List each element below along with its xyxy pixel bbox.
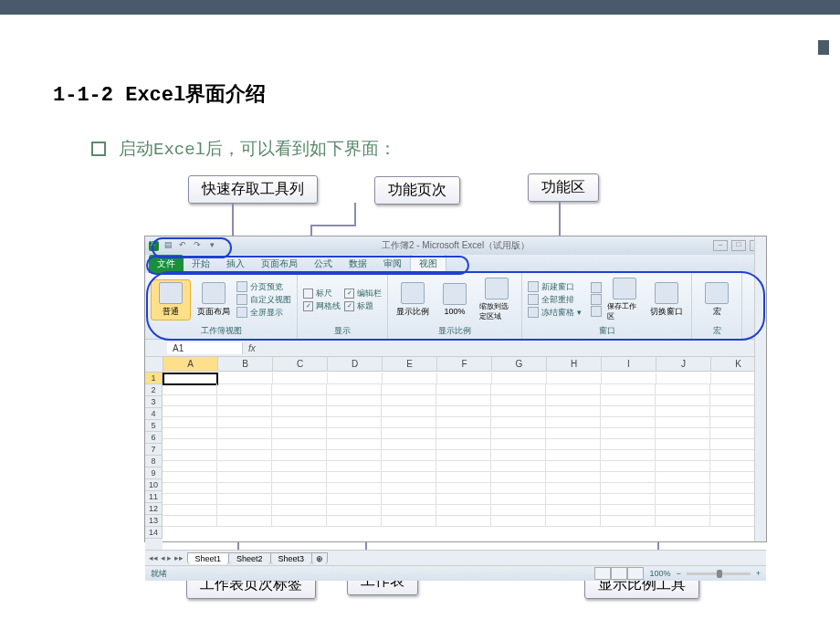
row-header-4[interactable]: 4 <box>145 408 163 420</box>
row-header-7[interactable]: 7 <box>145 444 163 456</box>
checkbox-icon: ✓ <box>344 289 354 299</box>
sheet-tab-1[interactable]: Sheet1 <box>187 552 230 564</box>
tab-review[interactable]: 审阅 <box>375 255 410 273</box>
cell[interactable] <box>163 515 217 527</box>
row-header-11[interactable]: 11 <box>145 491 163 503</box>
row-header-2[interactable]: 2 <box>145 384 163 396</box>
minimize-button[interactable]: – <box>713 240 728 251</box>
switch-window-button[interactable]: 切换窗口 <box>647 280 686 320</box>
arrange-button[interactable]: 全部重排 <box>528 294 582 306</box>
col-header-E[interactable]: E <box>383 357 437 372</box>
cell[interactable] <box>656 515 710 527</box>
label: 新建窗口 <box>541 281 574 293</box>
undo-icon[interactable]: ↶ <box>177 240 188 251</box>
row-header-10[interactable]: 10 <box>145 479 163 491</box>
col-header-G[interactable]: G <box>492 357 547 372</box>
col-header-I[interactable]: I <box>602 357 656 372</box>
row-header-1[interactable]: 1 <box>145 373 163 384</box>
macro-button[interactable]: 宏 <box>698 280 736 320</box>
pagelayout-view-icon[interactable] <box>611 567 627 580</box>
freeze-button[interactable]: 冻结窗格 ▾ <box>528 307 582 319</box>
vertical-scrollbar[interactable] <box>754 236 766 541</box>
cell[interactable] <box>272 515 327 527</box>
redo-icon[interactable]: ↷ <box>192 240 203 251</box>
select-all-corner[interactable] <box>145 357 163 373</box>
save-workspace-button[interactable]: 保存工作区 <box>605 276 644 323</box>
excel-window: ▤ ↶ ↷ ▾ 工作簿2 - Microsoft Excel（试用版） – □ … <box>144 236 767 542</box>
ruler-checkbox[interactable]: 标尺 <box>303 288 341 299</box>
cell[interactable] <box>601 515 656 527</box>
tab-formula[interactable]: 公式 <box>306 255 341 273</box>
zoom-in-button[interactable]: + <box>756 569 761 578</box>
zoom-button[interactable]: 显示比例 <box>394 280 432 320</box>
unhide-button[interactable] <box>591 306 602 317</box>
custom-view-button[interactable]: 自定义视图 <box>236 294 291 306</box>
tab-insert[interactable]: 插入 <box>218 255 253 273</box>
zoom-selection-button[interactable]: 缩放到选定区域 <box>478 276 516 323</box>
sheet-tab-3[interactable]: Sheet3 <box>270 552 313 564</box>
zoom-thumb[interactable] <box>717 570 722 578</box>
page-layout-button[interactable]: 页面布局 <box>194 280 233 320</box>
tab-layout[interactable]: 页面布局 <box>253 255 306 273</box>
sheet-nav[interactable]: ◂◂ ◂ ▸ ▸▸ <box>145 553 187 562</box>
maximize-button[interactable]: □ <box>731 240 746 251</box>
headings-checkbox[interactable]: ✓标题 <box>344 300 382 312</box>
worksheet-area[interactable]: 1234567891011121314 <box>145 373 766 550</box>
tab-home[interactable]: 开始 <box>184 255 218 273</box>
qat-dropdown-icon[interactable]: ▾ <box>206 240 217 251</box>
row-header-6[interactable]: 6 <box>145 432 163 444</box>
tab-data[interactable]: 数据 <box>341 255 375 273</box>
pagebreak-view-icon[interactable] <box>627 567 644 580</box>
view-buttons[interactable] <box>594 567 644 580</box>
normal-view-icon[interactable] <box>594 567 611 580</box>
row-header-3[interactable]: 3 <box>145 396 163 408</box>
tab-file[interactable]: 文件 <box>149 255 184 273</box>
cell[interactable] <box>217 515 272 527</box>
normal-view-button[interactable]: 普通 <box>151 279 191 320</box>
col-header-D[interactable]: D <box>328 357 383 372</box>
row-header-5[interactable]: 5 <box>145 420 163 432</box>
col-header-B[interactable]: B <box>218 357 273 372</box>
col-header-F[interactable]: F <box>437 357 492 372</box>
tab-view[interactable]: 视图 <box>410 254 446 273</box>
label: 页面布局 <box>197 306 230 318</box>
row-header-8[interactable]: 8 <box>145 456 163 467</box>
zoom-slider[interactable] <box>687 572 751 575</box>
col-header-H[interactable]: H <box>547 357 602 372</box>
freeze-icon <box>528 307 539 318</box>
row-header-12[interactable]: 12 <box>145 503 163 515</box>
save-icon[interactable]: ▤ <box>163 240 173 251</box>
name-box[interactable]: A1 <box>167 342 243 354</box>
hide-button[interactable] <box>591 294 602 305</box>
new-sheet-button[interactable]: ⊕ <box>311 552 328 564</box>
col-header-J[interactable]: J <box>656 357 711 372</box>
page-break-button[interactable]: 分页预览 <box>236 281 291 293</box>
cell[interactable] <box>491 515 546 527</box>
zoom-100-button[interactable]: 100% <box>436 281 474 318</box>
zoom-out-button[interactable]: − <box>676 569 680 578</box>
group-show: 标尺 ✓网格线 ✓编辑栏 ✓标题 显示 <box>298 273 388 339</box>
cell[interactable] <box>327 515 382 527</box>
row-header-9[interactable]: 9 <box>145 467 163 479</box>
quick-access-toolbar[interactable]: ▤ ↶ ↷ ▾ <box>149 240 217 251</box>
formulabar-checkbox[interactable]: ✓编辑栏 <box>344 288 382 299</box>
col-header-A[interactable]: A <box>163 357 218 372</box>
new-window-button[interactable]: 新建窗口 <box>528 281 582 293</box>
cell[interactable] <box>436 515 491 527</box>
fullscreen-button[interactable]: 全屏显示 <box>236 307 291 319</box>
col-header-C[interactable]: C <box>273 357 328 372</box>
cell-grid[interactable] <box>163 373 766 550</box>
split-button[interactable] <box>591 282 602 293</box>
page-layout-icon <box>202 282 226 304</box>
label: 显示比例 <box>396 306 429 318</box>
row-header-14[interactable]: 14 <box>145 527 163 539</box>
switch-icon <box>655 282 678 304</box>
row-header-13[interactable]: 13 <box>145 515 163 527</box>
cell[interactable] <box>546 515 601 527</box>
cell[interactable] <box>382 515 436 527</box>
sheet-tab-2[interactable]: Sheet2 <box>228 552 271 564</box>
fx-icon[interactable]: fx <box>243 343 261 353</box>
gridlines-checkbox[interactable]: ✓网格线 <box>303 300 341 312</box>
label: 标题 <box>357 300 373 312</box>
macro-icon <box>705 282 729 304</box>
